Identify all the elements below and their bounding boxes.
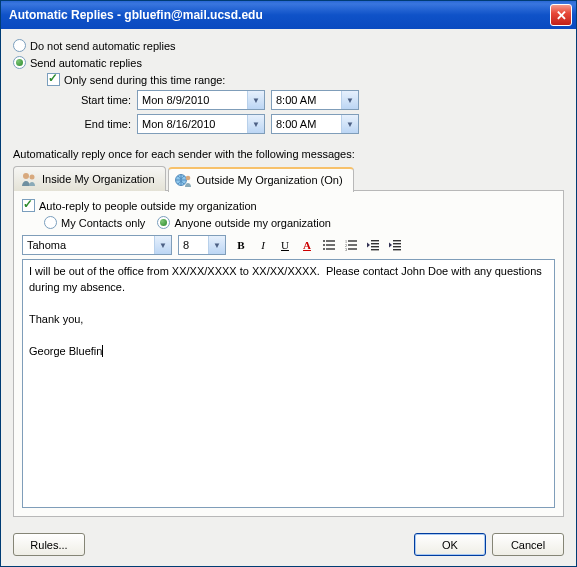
radio-icon bbox=[44, 216, 57, 229]
svg-point-8 bbox=[323, 248, 325, 250]
end-time-dropdown[interactable]: 8:00 AM ▼ bbox=[271, 114, 359, 134]
numbered-list-button[interactable]: 123 bbox=[342, 236, 360, 254]
radio-icon bbox=[13, 56, 26, 69]
font-size-dropdown[interactable]: 8 ▼ bbox=[178, 235, 226, 255]
svg-rect-18 bbox=[371, 246, 379, 247]
checkbox-autoreply-outside[interactable]: Auto-reply to people outside my organiza… bbox=[22, 199, 555, 212]
svg-rect-7 bbox=[326, 244, 335, 245]
end-date-dropdown[interactable]: Mon 8/16/2010 ▼ bbox=[137, 114, 265, 134]
chevron-down-icon: ▼ bbox=[341, 91, 358, 109]
radio-send-label: Send automatic replies bbox=[30, 57, 142, 69]
chevron-down-icon: ▼ bbox=[247, 115, 264, 133]
svg-rect-17 bbox=[371, 243, 379, 244]
dialog-button-row: Rules... OK Cancel bbox=[1, 525, 576, 566]
radio-dont-send[interactable]: Do not send automatic replies bbox=[13, 39, 564, 52]
checkbox-time-range[interactable]: Only send during this time range: bbox=[47, 73, 564, 86]
tab-panel-outside: Auto-reply to people outside my organiza… bbox=[13, 190, 564, 517]
svg-text:3: 3 bbox=[345, 247, 347, 252]
spacer bbox=[91, 533, 408, 556]
chevron-down-icon: ▼ bbox=[208, 236, 225, 254]
radio-contacts-only-label: My Contacts only bbox=[61, 217, 145, 229]
tab-inside-organization[interactable]: Inside My Organization bbox=[13, 166, 166, 191]
decrease-indent-icon bbox=[366, 238, 380, 252]
chevron-down-icon: ▼ bbox=[341, 115, 358, 133]
start-time-value: 8:00 AM bbox=[276, 94, 341, 106]
outside-scope-radios: My Contacts only Anyone outside my organ… bbox=[44, 216, 555, 229]
start-date-dropdown[interactable]: Mon 8/9/2010 ▼ bbox=[137, 90, 265, 110]
start-time-dropdown[interactable]: 8:00 AM ▼ bbox=[271, 90, 359, 110]
bold-button[interactable]: B bbox=[232, 236, 250, 254]
chevron-down-icon: ▼ bbox=[247, 91, 264, 109]
underline-button[interactable]: U bbox=[276, 236, 294, 254]
svg-rect-22 bbox=[393, 246, 401, 247]
decrease-indent-button[interactable] bbox=[364, 236, 382, 254]
cancel-button[interactable]: Cancel bbox=[492, 533, 564, 556]
autoreply-once-label: Automatically reply once for each sender… bbox=[13, 148, 564, 160]
font-family-dropdown[interactable]: Tahoma ▼ bbox=[22, 235, 172, 255]
checkbox-icon bbox=[47, 73, 60, 86]
radio-contacts-only[interactable]: My Contacts only bbox=[44, 216, 145, 229]
tab-outside-organization[interactable]: Outside My Organization (On) bbox=[168, 167, 354, 192]
radio-send[interactable]: Send automatic replies bbox=[13, 56, 564, 69]
svg-rect-15 bbox=[348, 248, 357, 249]
ok-button-label: OK bbox=[442, 539, 458, 551]
dialog-automatic-replies: Automatic Replies - gbluefin@mail.ucsd.e… bbox=[0, 0, 577, 567]
globe-people-icon bbox=[175, 172, 193, 188]
dialog-content: Do not send automatic replies Send autom… bbox=[1, 29, 576, 525]
message-editor[interactable]: I will be out of the office from XX/XX/X… bbox=[22, 259, 555, 508]
svg-rect-20 bbox=[393, 240, 401, 241]
chevron-down-icon: ▼ bbox=[154, 236, 171, 254]
end-date-value: Mon 8/16/2010 bbox=[142, 118, 247, 130]
font-color-button[interactable]: A bbox=[298, 236, 316, 254]
start-time-label: Start time: bbox=[69, 94, 131, 106]
radio-icon bbox=[157, 216, 170, 229]
checkbox-time-range-label: Only send during this time range: bbox=[64, 74, 225, 86]
svg-point-6 bbox=[323, 244, 325, 246]
people-icon bbox=[20, 171, 38, 187]
format-buttons: B I U A 123 bbox=[232, 236, 404, 254]
rules-button[interactable]: Rules... bbox=[13, 533, 85, 556]
svg-rect-5 bbox=[326, 240, 335, 241]
svg-rect-21 bbox=[393, 243, 401, 244]
svg-rect-19 bbox=[371, 249, 379, 250]
tab-outside-label: Outside My Organization (On) bbox=[197, 174, 343, 186]
radio-dont-send-label: Do not send automatic replies bbox=[30, 40, 176, 52]
window-close-button[interactable]: ✕ bbox=[550, 4, 572, 26]
end-time-value: 8:00 AM bbox=[276, 118, 341, 130]
bulleted-list-icon bbox=[322, 238, 336, 252]
radio-anyone-outside[interactable]: Anyone outside my organization bbox=[157, 216, 331, 229]
radio-anyone-outside-label: Anyone outside my organization bbox=[174, 217, 331, 229]
svg-rect-11 bbox=[348, 240, 357, 241]
svg-point-3 bbox=[185, 176, 190, 181]
start-date-value: Mon 8/9/2010 bbox=[142, 94, 247, 106]
bulleted-list-button[interactable] bbox=[320, 236, 338, 254]
radio-icon bbox=[13, 39, 26, 52]
svg-rect-16 bbox=[371, 240, 379, 241]
checkbox-icon bbox=[22, 199, 35, 212]
ok-button[interactable]: OK bbox=[414, 533, 486, 556]
tab-inside-label: Inside My Organization bbox=[42, 173, 155, 185]
svg-rect-23 bbox=[393, 249, 401, 250]
italic-button[interactable]: I bbox=[254, 236, 272, 254]
row-start-time: Start time: Mon 8/9/2010 ▼ 8:00 AM ▼ bbox=[69, 90, 564, 110]
numbered-list-icon: 123 bbox=[344, 238, 358, 252]
end-time-label: End time: bbox=[69, 118, 131, 130]
increase-indent-icon bbox=[388, 238, 402, 252]
close-icon: ✕ bbox=[556, 8, 567, 23]
svg-rect-13 bbox=[348, 244, 357, 245]
rules-button-label: Rules... bbox=[30, 539, 67, 551]
svg-point-0 bbox=[23, 173, 29, 179]
increase-indent-button[interactable] bbox=[386, 236, 404, 254]
cancel-button-label: Cancel bbox=[511, 539, 545, 551]
font-family-value: Tahoma bbox=[27, 239, 154, 251]
svg-rect-9 bbox=[326, 248, 335, 249]
titlebar-title: Automatic Replies - gbluefin@mail.ucsd.e… bbox=[9, 8, 550, 22]
message-text: I will be out of the office from XX/XX/X… bbox=[29, 265, 545, 357]
svg-point-4 bbox=[323, 240, 325, 242]
row-end-time: End time: Mon 8/16/2010 ▼ 8:00 AM ▼ bbox=[69, 114, 564, 134]
checkbox-autoreply-outside-label: Auto-reply to people outside my organiza… bbox=[39, 200, 257, 212]
svg-point-1 bbox=[30, 175, 35, 180]
text-caret bbox=[102, 345, 103, 357]
formatting-toolbar: Tahoma ▼ 8 ▼ B I U A 123 bbox=[22, 235, 555, 255]
font-size-value: 8 bbox=[183, 239, 208, 251]
